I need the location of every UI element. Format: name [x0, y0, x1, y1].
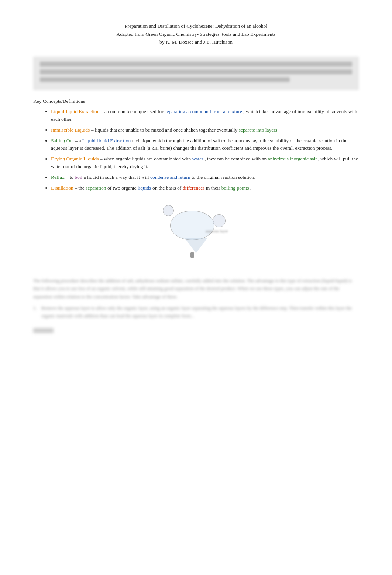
list-item-distillation: Distillation – the separation of two org…: [51, 184, 359, 192]
desc6-end: .: [250, 185, 251, 191]
desc5-before: – to: [66, 174, 75, 180]
highlight-separation: separation: [86, 185, 106, 191]
list-item-drying: Drying Organic Liquids – when organic li…: [51, 155, 359, 171]
funnel-spout: [185, 238, 207, 253]
highlight-separating-compound: separating a compound from a mixture: [165, 109, 242, 114]
funnel-diagram: aqueous layer: [141, 203, 251, 262]
desc4-before: – when organic liquids are contaminated …: [100, 156, 192, 161]
term-salting-out: Salting Out: [51, 138, 74, 143]
desc1-before: – a common technique used for: [101, 109, 165, 114]
highlight-separate-layers: separate into layers: [239, 127, 277, 133]
header-line1: Preparation and Distillation of Cyclohex…: [33, 22, 359, 30]
list-item-immiscible: Immiscible Liquids – liquids that are un…: [51, 126, 359, 134]
funnel-stopper: [163, 205, 174, 216]
funnel-stopcock: [190, 252, 194, 258]
desc5-after: to the original reaction solution.: [192, 174, 255, 180]
highlight-lle: Liquid-liquid Extraction: [82, 138, 131, 143]
list-item-reflux: Reflux – to boil a liquid in such a way …: [51, 174, 359, 181]
highlight-condense-return: condense and return: [150, 174, 190, 180]
blurred-para-1: The following procedure describes the ad…: [33, 277, 359, 301]
highlight-boil: boil: [75, 174, 82, 180]
desc6-middle: of two organic: [107, 185, 138, 191]
term-reflux: Reflux: [51, 174, 65, 180]
header-line3: by K. M. Doxsee and J.E. Hutchison: [33, 38, 359, 46]
blurred-procedure-block: The following procedure describes the ad…: [33, 277, 359, 336]
highlight-boiling-points: boiling points: [221, 185, 249, 191]
header-line2: Adapted from Green Organic Chemistry- St…: [33, 30, 359, 38]
section-title: Key Concepts/Definitions: [33, 98, 359, 104]
concepts-list: Liquid-liquid Extraction – a common tech…: [51, 108, 359, 192]
desc5-middle: a liquid in such a way that it will: [84, 174, 150, 180]
term-drying: Drying Organic Liquids: [51, 156, 99, 161]
blurred-badge: [33, 328, 54, 333]
item-text-1: Remove the aqueous layer to allow only t…: [41, 304, 359, 320]
desc2-after: .: [278, 127, 279, 133]
page-header: Preparation and Distillation of Cyclohex…: [33, 22, 359, 46]
desc4-middle: , they can be combined with an: [204, 156, 268, 161]
desc3-before: – a: [75, 138, 82, 143]
highlight-differences: differences: [183, 185, 205, 191]
diagram-area: aqueous layer: [33, 200, 359, 266]
term-liquid-extraction: Liquid-liquid Extraction: [51, 109, 100, 114]
desc6-before: – the: [75, 185, 86, 191]
numbered-item-1: 1. Remove the aqueous layer to allow onl…: [33, 304, 359, 320]
desc6-middle2: on the basis of: [152, 185, 183, 191]
term-distillation: Distillation: [51, 185, 73, 191]
item-number-1: 1.: [33, 304, 41, 320]
desc2-before: – liquids that are unable to be mixed an…: [91, 127, 239, 133]
highlight-liquids: liquids: [138, 185, 151, 191]
diagram-label: aqueous layer: [206, 229, 228, 233]
list-item-salting-out: Salting Out – a Liquid-liquid Extraction…: [51, 137, 359, 153]
highlight-water: water: [192, 156, 203, 161]
funnel-clamp: [213, 214, 226, 227]
blurred-intro-block: [33, 57, 359, 90]
desc6-after: in their: [206, 185, 221, 191]
highlight-anhydrous-salt: anhydrous inorganic salt: [268, 156, 317, 161]
list-item-liquid-extraction: Liquid-liquid Extraction – a common tech…: [51, 108, 359, 123]
term-immiscible: Immiscible Liquids: [51, 127, 90, 133]
funnel-body: aqueous layer: [170, 211, 214, 240]
